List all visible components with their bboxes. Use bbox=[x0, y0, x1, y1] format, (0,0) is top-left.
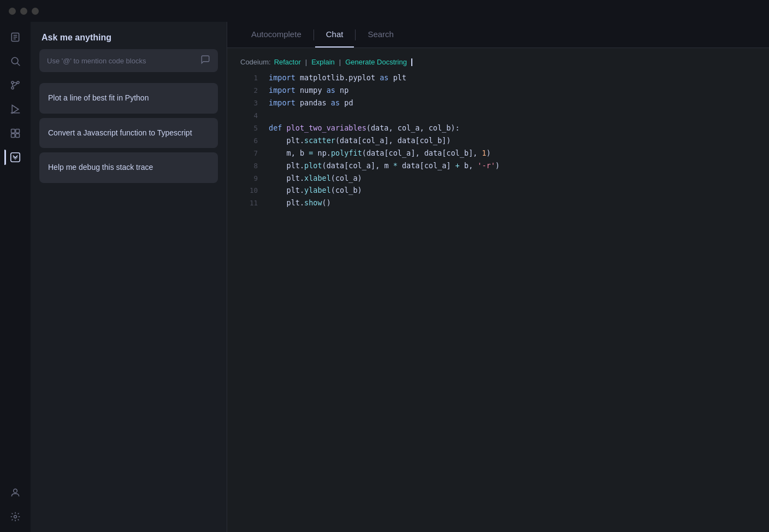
svg-marker-9 bbox=[12, 105, 19, 114]
code-line: 10 plt.ylabel(col_b) bbox=[240, 184, 756, 197]
input-placeholder: Use '@' to mention code blocks bbox=[47, 57, 146, 65]
code-line: 4 bbox=[240, 109, 756, 122]
sidebar: Ask me anything Use '@' to mention code … bbox=[31, 22, 227, 532]
svg-point-8 bbox=[17, 81, 19, 84]
tab-divider bbox=[313, 29, 314, 40]
pages-icon[interactable] bbox=[4, 26, 26, 48]
code-line: 9 plt.xlabel(col_a) bbox=[240, 172, 756, 185]
settings-icon[interactable] bbox=[4, 506, 26, 528]
code-line: 5 def plot_two_variables(data, col_a, co… bbox=[240, 122, 756, 134]
svg-point-17 bbox=[14, 516, 17, 518]
suggestion-item[interactable]: Plot a line of best fit in Python bbox=[39, 83, 218, 114]
main-layout: Ask me anything Use '@' to mention code … bbox=[0, 22, 769, 532]
codeium-toolbar: Codeium: Refactor | Explain | Generate D… bbox=[227, 55, 769, 72]
explain-link[interactable]: Explain bbox=[311, 58, 335, 66]
tab-chat[interactable]: Chat bbox=[315, 22, 354, 48]
tab-autocomplete[interactable]: Autocomplete bbox=[240, 22, 312, 48]
account-icon[interactable] bbox=[4, 482, 26, 504]
svg-rect-12 bbox=[16, 129, 20, 133]
code-line: 6 plt.scatter(data[col_a], data[col_b]) bbox=[240, 134, 756, 147]
extensions-icon[interactable] bbox=[4, 122, 26, 144]
svg-point-7 bbox=[11, 87, 14, 89]
svg-point-6 bbox=[11, 81, 14, 84]
svg-point-16 bbox=[14, 489, 17, 493]
toolbar-prefix: Codeium: bbox=[240, 58, 271, 66]
tab-bar: Autocomplete Chat Search bbox=[227, 22, 769, 48]
activity-bar bbox=[0, 22, 31, 532]
sidebar-input-row: Use '@' to mention code blocks bbox=[31, 49, 227, 79]
tab-divider bbox=[355, 29, 356, 40]
titlebar bbox=[0, 0, 769, 22]
svg-rect-14 bbox=[16, 134, 20, 138]
tab-search[interactable]: Search bbox=[357, 22, 405, 48]
svg-rect-13 bbox=[11, 134, 15, 138]
svg-rect-11 bbox=[11, 129, 15, 133]
maximize-button[interactable] bbox=[32, 8, 39, 15]
svg-point-4 bbox=[11, 57, 18, 64]
sidebar-title: Ask me anything bbox=[31, 22, 227, 49]
suggestion-item[interactable]: Help me debug this stack trace bbox=[39, 152, 218, 183]
chat-input[interactable]: Use '@' to mention code blocks bbox=[39, 49, 218, 72]
code-line: 1 import matplotlib.pyplot as plt bbox=[240, 72, 756, 84]
main-content: Autocomplete Chat Search Codeium: Refact… bbox=[227, 22, 769, 532]
minimize-button[interactable] bbox=[20, 8, 27, 15]
source-control-icon[interactable] bbox=[4, 74, 26, 96]
search-icon[interactable] bbox=[4, 50, 26, 72]
suggestion-list: Plot a line of best fit in Python Conver… bbox=[31, 79, 227, 187]
suggestion-item[interactable]: Convert a Javascript function to Typescr… bbox=[39, 118, 218, 149]
code-line: 8 plt.plot(data[col_a], m * data[col_a] … bbox=[240, 159, 756, 172]
close-button[interactable] bbox=[9, 8, 16, 15]
refactor-link[interactable]: Refactor bbox=[274, 58, 301, 66]
code-line: 2 import numpy as np bbox=[240, 84, 756, 97]
code-block: 1 import matplotlib.pyplot as plt 2 impo… bbox=[227, 72, 769, 209]
generate-docstring-link[interactable]: Generate Docstring bbox=[345, 58, 407, 66]
svg-line-5 bbox=[17, 63, 20, 66]
cursor-indicator bbox=[411, 58, 412, 66]
codeium-icon[interactable] bbox=[4, 146, 26, 168]
code-area: Codeium: Refactor | Explain | Generate D… bbox=[227, 48, 769, 532]
code-line: 11 plt.show() bbox=[240, 197, 756, 209]
code-line: 3 import pandas as pd bbox=[240, 97, 756, 109]
traffic-lights bbox=[9, 8, 39, 15]
code-line: 7 m, b = np.polyfit(data[col_a], data[co… bbox=[240, 147, 756, 159]
run-debug-icon[interactable] bbox=[4, 98, 26, 120]
message-icon bbox=[200, 55, 210, 67]
